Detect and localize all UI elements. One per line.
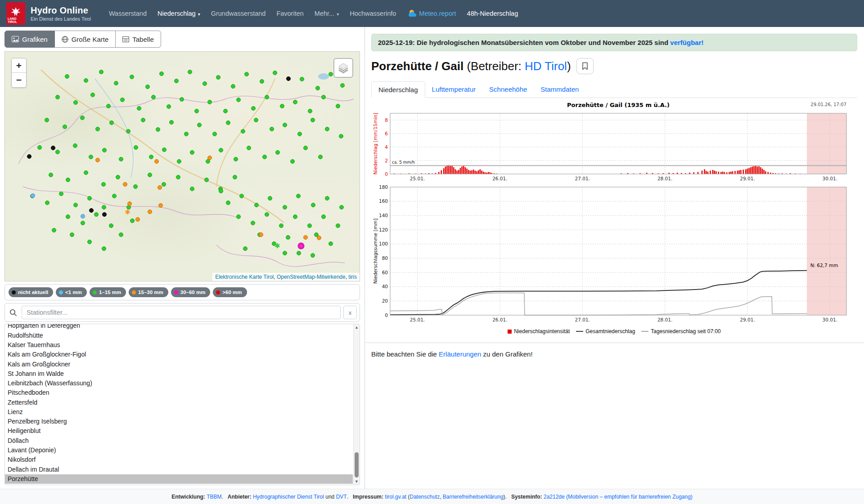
- nav-item-favoriten[interactable]: Favoriten: [276, 10, 303, 17]
- station-dot-green[interactable]: [94, 212, 99, 217]
- station-dot-green[interactable]: [80, 116, 85, 120]
- nav-item-grundwasserstand[interactable]: Grundwasserstand: [211, 10, 266, 17]
- station-dot-green[interactable]: [45, 118, 49, 122]
- footer-link[interactable]: Datenschutz: [410, 494, 440, 500]
- station-dot-green[interactable]: [325, 196, 329, 201]
- operator-link[interactable]: HD Tirol: [525, 59, 567, 73]
- station-dot-green[interactable]: [55, 95, 60, 99]
- station-dot-green[interactable]: [151, 95, 156, 99]
- attribution-link[interactable]: OpenStreetMap-Mitwirkende: [277, 274, 346, 280]
- station-dot-green[interactable]: [300, 77, 304, 81]
- station-list-item[interactable]: Dellach im Drautal: [5, 464, 353, 474]
- bookmark-button[interactable]: [576, 58, 594, 74]
- station-dot-green[interactable]: [311, 203, 315, 207]
- station-dot-green[interactable]: [308, 109, 312, 113]
- station-dot-green[interactable]: [90, 93, 95, 97]
- tab-stammdaten[interactable]: Stammdaten: [534, 81, 585, 98]
- station-dot-green[interactable]: [328, 72, 333, 76]
- tab-niederschlag[interactable]: Niederschlag: [371, 81, 425, 98]
- station-dot-green[interactable]: [65, 74, 69, 79]
- station-dot-green[interactable]: [325, 127, 329, 131]
- zoom-out-button[interactable]: −: [12, 73, 26, 87]
- station-dot-green[interactable]: [262, 155, 267, 159]
- station-marker-orange-star[interactable]: ✱: [125, 208, 130, 215]
- legend-pill[interactable]: nicht aktuell: [9, 287, 53, 297]
- station-dot-green[interactable]: [99, 70, 104, 74]
- station-dot-green[interactable]: [126, 129, 130, 134]
- station-list-item[interactable]: Rudolfshütte: [5, 330, 353, 340]
- station-dot-green[interactable]: [340, 83, 345, 88]
- station-dot-orange[interactable]: [158, 185, 162, 190]
- legend-pill[interactable]: <1 mm: [56, 287, 87, 297]
- station-dot-green[interactable]: [114, 81, 118, 85]
- station-dot-green[interactable]: [293, 100, 297, 104]
- station-dot-green[interactable]: [180, 97, 184, 102]
- station-dot-green[interactable]: [66, 178, 70, 182]
- scroll-up-arrow-icon[interactable]: ▲: [354, 325, 360, 330]
- station-dot-green[interactable]: [63, 125, 67, 129]
- station-dot-green[interactable]: [310, 253, 315, 258]
- station-dot-green[interactable]: [321, 214, 326, 219]
- station-list-item[interactable]: St Johann im Walde: [5, 369, 353, 378]
- station-dot-green[interactable]: [190, 150, 194, 155]
- station-list-scrollbar[interactable]: ▲ ▼: [353, 324, 360, 485]
- station-dot-green[interactable]: [52, 228, 56, 232]
- station-dot-orange[interactable]: [123, 182, 127, 187]
- station-dot-green[interactable]: [226, 201, 230, 205]
- station-dot-orange[interactable]: [154, 159, 159, 164]
- nav-item-mehr[interactable]: Mehr...▾: [315, 10, 339, 17]
- station-dot-green[interactable]: [73, 100, 78, 105]
- station-dot-orange[interactable]: [135, 217, 140, 222]
- station-dot-green[interactable]: [194, 109, 199, 113]
- layers-button[interactable]: [333, 58, 353, 78]
- scrollbar-thumb[interactable]: [355, 452, 359, 477]
- station-dot-green[interactable]: [55, 150, 60, 154]
- station-dot-green[interactable]: [116, 175, 120, 179]
- station-dot-green[interactable]: [37, 145, 42, 150]
- station-dot-green[interactable]: [184, 132, 189, 136]
- station-dot-green[interactable]: [283, 251, 287, 255]
- station-dot-green[interactable]: [239, 194, 244, 198]
- station-dot-green[interactable]: [265, 212, 269, 217]
- footer-link[interactable]: DVT: [336, 494, 347, 500]
- footer-link[interactable]: Hydrographischer Dienst Tirol: [253, 494, 324, 500]
- station-dot-green[interactable]: [231, 84, 235, 89]
- station-dot-green[interactable]: [290, 159, 295, 164]
- station-dot-black[interactable]: [89, 208, 94, 213]
- station-dot-green[interactable]: [212, 132, 217, 136]
- station-dot-blue[interactable]: [81, 214, 85, 219]
- footer-link[interactable]: 2a212de: [544, 494, 565, 500]
- grosse-karte-button[interactable]: Große Karte: [55, 31, 116, 48]
- station-dot-green[interactable]: [162, 147, 166, 152]
- station-dot-green[interactable]: [49, 173, 53, 177]
- station-dot-green[interactable]: [141, 118, 145, 122]
- station-dot-green[interactable]: [70, 232, 74, 237]
- station-dot-green[interactable]: [137, 106, 141, 111]
- station-dot-green[interactable]: [247, 146, 251, 150]
- station-list-item[interactable]: Döllach: [5, 436, 353, 445]
- station-dot-green[interactable]: [328, 241, 333, 246]
- station-dot-green[interactable]: [265, 95, 269, 99]
- scroll-down-arrow-icon[interactable]: ▼: [354, 479, 360, 484]
- station-dot-green[interactable]: [254, 118, 258, 122]
- station-dot-green[interactable]: [45, 201, 50, 205]
- selected-station-dot[interactable]: [298, 243, 304, 249]
- station-dot-green[interactable]: [297, 132, 302, 136]
- nav-item-48h-niederschlag[interactable]: 48h-Niederschlag: [467, 10, 518, 17]
- station-dot-green[interactable]: [106, 104, 111, 108]
- station-filter-input[interactable]: [22, 306, 341, 319]
- station-dot-green[interactable]: [307, 223, 312, 228]
- station-dot-green[interactable]: [81, 221, 85, 225]
- station-dot-green[interactable]: [216, 75, 220, 80]
- station-dot-green[interactable]: [59, 192, 63, 196]
- station-dot-green[interactable]: [339, 134, 343, 138]
- station-dot-orange[interactable]: [158, 203, 163, 208]
- station-dot-green[interactable]: [112, 194, 117, 198]
- station-dot-green[interactable]: [202, 81, 207, 86]
- station-dot-orange[interactable]: [317, 236, 321, 240]
- footer-link[interactable]: TBBM: [207, 494, 221, 500]
- nav-item-hochwasserinfo[interactable]: Hochwasserinfo: [350, 10, 396, 17]
- attribution-link[interactable]: Elektronische Karte Tirol: [215, 274, 274, 280]
- station-dot-green[interactable]: [280, 104, 284, 108]
- station-list-item[interactable]: Kals am Großglockner: [5, 359, 353, 369]
